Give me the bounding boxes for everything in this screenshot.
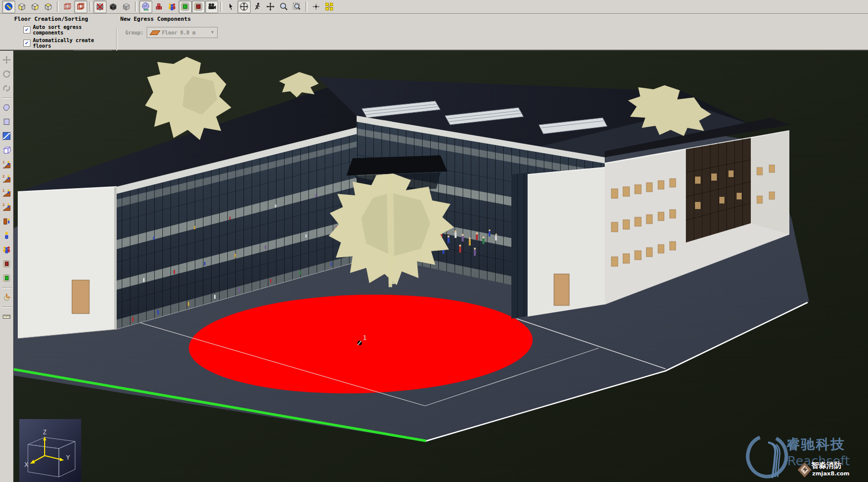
mirror-disabled-icon[interactable] bbox=[1, 82, 13, 94]
toolbar-separator bbox=[220, 2, 222, 12]
select-cursor-icon[interactable] bbox=[224, 1, 237, 13]
extrude-prism-icon[interactable] bbox=[1, 144, 13, 156]
options-panel-row: Floor Creation/Sorting ✔ Auto sort egres… bbox=[0, 14, 868, 51]
marker-label: 1 bbox=[363, 334, 367, 341]
new-egress-components-panel: New Egress Components Group: Floor 0.0 m… bbox=[120, 16, 218, 38]
green-door-icon[interactable] bbox=[179, 1, 192, 13]
wireframe-cube-icon[interactable] bbox=[61, 1, 74, 13]
axis-gizmo[interactable]: Z X Y bbox=[19, 419, 81, 482]
floor-icon bbox=[150, 30, 160, 35]
rotate-disabled-icon[interactable] bbox=[1, 68, 13, 80]
zoom-box-icon[interactable] bbox=[290, 1, 303, 13]
blocks-icon[interactable] bbox=[152, 1, 165, 13]
toolbar-separator bbox=[89, 2, 91, 12]
auto-sort-label: Auto sort egress components bbox=[33, 24, 114, 36]
walk-icon[interactable] bbox=[251, 1, 264, 13]
toolbar-separator bbox=[305, 2, 307, 12]
egress-panel-title: New Egress Components bbox=[120, 16, 218, 22]
zoom-extents-icon[interactable] bbox=[323, 1, 336, 13]
door-red-icon[interactable] bbox=[1, 258, 13, 270]
sidebar-separator bbox=[2, 306, 12, 307]
toolbar-separator bbox=[57, 2, 59, 12]
move-disabled-icon[interactable] bbox=[1, 54, 13, 66]
axis-y-label: Y bbox=[66, 454, 70, 461]
svg-text:1: 1 bbox=[3, 160, 5, 164]
camera-icon[interactable] bbox=[205, 1, 218, 13]
rectangle-room-icon[interactable] bbox=[1, 116, 13, 128]
move-object-icon[interactable] bbox=[1, 291, 13, 303]
cube-face-front-icon[interactable] bbox=[28, 1, 42, 13]
terrain-mesh-icon[interactable] bbox=[139, 1, 152, 13]
zoom-target-icon[interactable] bbox=[309, 1, 323, 13]
3d-scene: 1 Z X Y bbox=[14, 51, 868, 482]
svg-text:1: 1 bbox=[3, 189, 5, 193]
ramp-1-icon[interactable]: 1 bbox=[1, 187, 13, 199]
stairs-2-icon[interactable]: 2 bbox=[1, 173, 13, 185]
hide-object-cube-icon[interactable] bbox=[93, 1, 107, 13]
chevron-down-icon[interactable]: ▼ bbox=[209, 28, 216, 36]
ruler-icon[interactable] bbox=[1, 311, 13, 323]
auto-create-floors-checkbox[interactable]: ✔ bbox=[23, 40, 30, 47]
red-door-icon[interactable] bbox=[192, 1, 205, 13]
zoom-icon[interactable] bbox=[277, 1, 290, 13]
auto-sort-checkbox[interactable]: ✔ bbox=[23, 26, 30, 33]
group-dropdown-value: Floor 0.0 m bbox=[162, 30, 195, 36]
door-occupant-icon[interactable] bbox=[1, 215, 13, 227]
gray-cube-icon[interactable] bbox=[120, 1, 133, 13]
occupant-icon[interactable] bbox=[1, 229, 13, 242]
floor-panel-title: Floor Creation/Sorting bbox=[14, 16, 114, 22]
group-label: Group: bbox=[125, 30, 144, 36]
svg-text:2: 2 bbox=[3, 175, 5, 179]
door-exit-green-icon[interactable] bbox=[1, 272, 13, 284]
main-toolbar bbox=[0, 0, 868, 14]
sidebar-separator bbox=[2, 97, 12, 98]
axis-z-label: Z bbox=[43, 428, 47, 436]
pan-icon[interactable] bbox=[264, 1, 277, 13]
tools-sidebar: 1 2 1 2 bbox=[0, 51, 14, 482]
occupant-group-icon[interactable] bbox=[1, 244, 13, 256]
application-window: Floor Creation/Sorting ✔ Auto sort egres… bbox=[0, 0, 868, 482]
axis-x-label: X bbox=[24, 461, 28, 468]
wireframe-cube-2-icon[interactable] bbox=[74, 1, 87, 13]
occupant-group-icon[interactable] bbox=[165, 1, 179, 13]
dark-cube-icon[interactable] bbox=[107, 1, 120, 13]
cube-face-right-icon[interactable] bbox=[42, 1, 55, 13]
orbit-icon[interactable] bbox=[237, 1, 251, 13]
edit-plane-icon[interactable] bbox=[1, 130, 13, 142]
sidebar-separator bbox=[2, 287, 12, 288]
polygon-room-icon[interactable] bbox=[1, 101, 13, 114]
toolbar-separator bbox=[135, 2, 137, 12]
stairs-1-icon[interactable]: 1 bbox=[1, 158, 13, 170]
nav-sphere-icon[interactable] bbox=[2, 1, 15, 13]
cube-face-left-icon[interactable] bbox=[15, 1, 28, 13]
group-dropdown[interactable]: Floor 0.0 m ▼ bbox=[147, 27, 218, 38]
auto-create-floors-label: Automatically create floors bbox=[33, 38, 114, 49]
ramp-2-icon[interactable]: 2 bbox=[1, 201, 13, 213]
svg-text:2: 2 bbox=[3, 203, 5, 207]
3d-viewport[interactable]: 1 Z X Y bbox=[14, 51, 868, 482]
